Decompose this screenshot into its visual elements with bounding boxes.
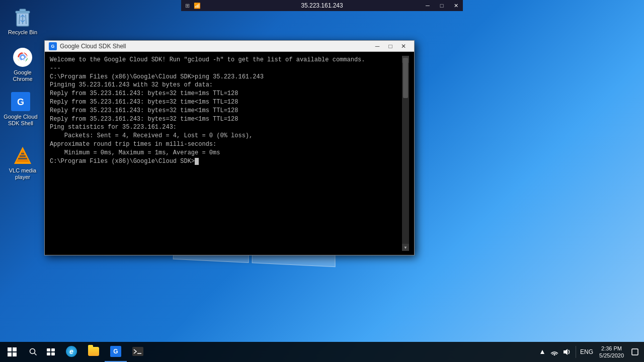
svg-point-22 bbox=[30, 349, 35, 354]
sdk-titlebar[interactable]: G Google Cloud SDK Shell ─ □ ✕ bbox=[45, 41, 414, 52]
terminal-line: --- bbox=[50, 64, 402, 73]
svg-point-14 bbox=[21, 56, 24, 59]
taskbar-sdk-button[interactable]: G bbox=[105, 342, 127, 362]
terminal-cursor bbox=[195, 158, 199, 165]
svg-rect-2 bbox=[20, 9, 26, 12]
desktop-icon-gcloud[interactable]: G Google Cloud SDK Shell bbox=[0, 89, 41, 129]
sdk-terminal-content: Welcome to the Google Cloud SDK! Run "gc… bbox=[50, 56, 402, 251]
file-explorer-icon bbox=[88, 347, 99, 356]
remote-titlebar-icons: ⊞ 📶 bbox=[185, 3, 201, 9]
svg-rect-21 bbox=[21, 153, 24, 154]
taskbar-sdk-icon: G bbox=[110, 346, 121, 357]
recycle-bin-label: Recycle Bin bbox=[8, 29, 37, 36]
taskbar: e G bbox=[0, 342, 644, 362]
start-button[interactable] bbox=[0, 342, 24, 362]
taskbar-file-explorer-button[interactable] bbox=[83, 342, 105, 362]
clock-time: 2:36 PM bbox=[601, 345, 622, 352]
sdk-scrollbar[interactable]: ▲ ▼ bbox=[402, 56, 409, 251]
remote-maximize-button[interactable]: □ bbox=[435, 0, 449, 11]
sdk-title-text: Google Cloud SDK Shell bbox=[60, 43, 371, 50]
terminal-line: Reply from 35.223.161.243: bytes=32 time… bbox=[50, 89, 402, 98]
sdk-close-button[interactable]: ✕ bbox=[397, 41, 410, 52]
svg-rect-20 bbox=[20, 155, 26, 157]
taskbar-terminal-button[interactable] bbox=[127, 342, 149, 362]
svg-rect-24 bbox=[47, 348, 50, 351]
terminal-line: C:\Program Files (x86)\Google\Cloud SDK> bbox=[50, 157, 402, 166]
remote-desktop-titlebar: ⊞ 📶 35.223.161.243 ─ □ ✕ bbox=[181, 0, 463, 11]
sdk-window-controls[interactable]: ─ □ ✕ bbox=[371, 41, 410, 52]
network-tray-icon[interactable] bbox=[549, 347, 559, 357]
volume-tray-icon[interactable] bbox=[561, 347, 572, 357]
notification-button[interactable] bbox=[630, 347, 640, 357]
svg-rect-33 bbox=[632, 349, 638, 355]
remote-minimize-button[interactable]: ─ bbox=[421, 0, 435, 11]
ie-icon: e bbox=[66, 346, 77, 357]
taskbar-ie-button[interactable]: e bbox=[60, 342, 83, 362]
vlc-label: VLC media player bbox=[6, 167, 39, 180]
terminal-line: Welcome to the Google Cloud SDK! Run "gc… bbox=[50, 56, 402, 64]
vlc-icon bbox=[13, 145, 33, 165]
remote-ip-address: 35.223.161.243 bbox=[301, 2, 343, 9]
svg-line-23 bbox=[35, 353, 37, 355]
gcloud-sdk-icon: G bbox=[11, 92, 31, 112]
desktop-icon-recycle-bin[interactable]: Recycle Bin bbox=[4, 5, 41, 38]
svg-line-3 bbox=[19, 15, 20, 24]
chrome-label: Google Chrome bbox=[6, 69, 39, 82]
svg-marker-30 bbox=[540, 350, 544, 354]
chrome-icon bbox=[13, 47, 33, 67]
remote-controls[interactable]: ─ □ ✕ bbox=[421, 0, 463, 11]
tray-up-arrow[interactable] bbox=[537, 347, 547, 357]
sdk-maximize-button[interactable]: □ bbox=[384, 41, 397, 52]
svg-line-5 bbox=[26, 15, 26, 24]
terminal-line: Pinging 35.223.161.243 with 32 bytes of … bbox=[50, 81, 402, 89]
terminal-line: Minimum = 0ms, Maximum = 1ms, Average = … bbox=[50, 149, 402, 157]
sdk-minimize-button[interactable]: ─ bbox=[371, 41, 384, 52]
scrollbar-thumb[interactable] bbox=[403, 58, 408, 98]
taskbar-language[interactable]: ENG bbox=[580, 348, 593, 355]
svg-rect-28 bbox=[132, 347, 143, 356]
sdk-terminal[interactable]: Welcome to the Google Cloud SDK! Run "gc… bbox=[45, 52, 414, 255]
terminal-line: Packets: Sent = 4, Received = 4, Lost = … bbox=[50, 132, 402, 140]
desktop-icon-chrome[interactable]: Google Chrome bbox=[4, 45, 41, 84]
task-view-button[interactable] bbox=[42, 342, 60, 362]
terminal-line: Reply from 35.223.161.243: bytes=32 time… bbox=[50, 98, 402, 107]
terminal-line: C:\Program Files (x86)\Google\Cloud SDK>… bbox=[50, 73, 402, 81]
sdk-title-icon: G bbox=[49, 42, 57, 50]
start-icon bbox=[8, 347, 17, 356]
recycle-bin-icon bbox=[13, 7, 33, 27]
desktop-icon-vlc[interactable]: VLC media player bbox=[4, 143, 41, 183]
sdk-shell-window: G Google Cloud SDK Shell ─ □ ✕ Welcome t… bbox=[44, 40, 415, 255]
scrollbar-down-arrow[interactable]: ▼ bbox=[402, 244, 409, 251]
taskbar-clock[interactable]: 2:36 PM 5/25/2020 bbox=[595, 345, 628, 359]
clock-date: 5/25/2020 bbox=[599, 352, 624, 359]
svg-rect-26 bbox=[47, 352, 50, 355]
terminal-line: Ping statistics for 35.223.161.243: bbox=[50, 123, 402, 132]
taskbar-system-tray: ENG 2:36 PM 5/25/2020 bbox=[537, 345, 644, 359]
desktop: ⊞ 📶 35.223.161.243 ─ □ ✕ Recyc bbox=[0, 0, 644, 362]
gcloud-label: Google Cloud SDK Shell bbox=[2, 114, 39, 127]
svg-rect-25 bbox=[51, 348, 55, 351]
terminal-line: Reply from 35.223.161.243: bytes=32 time… bbox=[50, 115, 402, 124]
svg-marker-32 bbox=[564, 349, 568, 355]
svg-rect-27 bbox=[51, 352, 55, 355]
terminal-line: Approximate round trip times in milli-se… bbox=[50, 140, 402, 149]
terminal-line: Reply from 35.223.161.243: bytes=32 time… bbox=[50, 107, 402, 115]
svg-point-31 bbox=[554, 354, 555, 356]
svg-rect-19 bbox=[18, 158, 27, 159]
search-button[interactable] bbox=[24, 342, 42, 362]
remote-close-button[interactable]: ✕ bbox=[449, 0, 463, 11]
svg-text:G: G bbox=[17, 97, 24, 107]
